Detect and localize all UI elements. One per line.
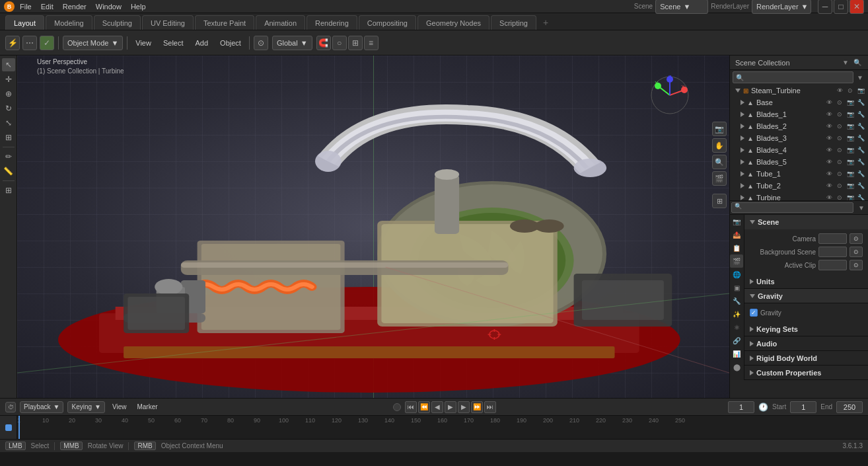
header-toggle-2[interactable]: ≡: [364, 36, 379, 50]
item-select[interactable]: ⊙: [835, 122, 844, 131]
outliner-item-base[interactable]: ▲ Base 👁 ⊙ 📷 🔧: [730, 97, 868, 108]
item-render[interactable]: 📷: [846, 98, 855, 107]
gravity-checkbox[interactable]: ✓: [750, 309, 758, 317]
scene-dropdown[interactable]: Scene ▼: [655, 0, 708, 14]
item-extra[interactable]: 🔧: [856, 193, 865, 201]
prop-tab-constraints[interactable]: 🔗: [730, 334, 743, 347]
outliner-item-tube-2[interactable]: ▲ Tube_2 👁 ⊙ 📷 🔧: [730, 180, 868, 192]
prop-tab-view-layer[interactable]: 📋: [730, 241, 743, 254]
item-select[interactable]: ⊙: [835, 110, 844, 119]
prop-tab-output[interactable]: 📤: [730, 228, 743, 241]
item-visibility[interactable]: 👁: [824, 98, 834, 107]
gravity-section-header[interactable]: Gravity: [744, 289, 868, 303]
props-search-input[interactable]: 🔍: [731, 202, 853, 213]
menu-help[interactable]: Help: [127, 0, 150, 13]
prop-tab-scene[interactable]: 🎬: [730, 254, 743, 268]
render-layer-dropdown[interactable]: RenderLayer ▼: [752, 0, 811, 14]
timeline-view-menu[interactable]: View: [109, 401, 130, 413]
workspace-tab-rendering[interactable]: Rendering: [307, 15, 357, 30]
item-visibility[interactable]: 👁: [824, 145, 834, 155]
item-select[interactable]: ⊙: [846, 86, 855, 95]
proportional-edit[interactable]: ○: [332, 36, 347, 50]
item-visibility[interactable]: 👁: [824, 169, 834, 178]
units-section-header[interactable]: Units: [744, 274, 868, 289]
item-visibility[interactable]: 👁: [824, 157, 834, 167]
workspace-tab-sculpting[interactable]: Sculpting: [94, 15, 141, 30]
timeline-type-icon[interactable]: ⏱: [5, 402, 16, 412]
item-visibility[interactable]: 👁: [824, 134, 834, 143]
header-icon-3[interactable]: ✓: [40, 36, 54, 50]
current-frame-input[interactable]: 1: [728, 401, 754, 413]
menu-view[interactable]: View: [131, 36, 155, 50]
tool-scale[interactable]: ⤡: [2, 116, 15, 130]
frame-prev-btn[interactable]: ⏪: [418, 401, 430, 413]
item-extra[interactable]: 🔧: [856, 145, 865, 155]
item-extra[interactable]: 🔧: [856, 110, 865, 119]
item-render[interactable]: 📷: [846, 169, 855, 178]
vp-zoom-btn[interactable]: 🔍: [712, 155, 727, 169]
outliner-item-blades-1[interactable]: ▲ Blades_1 👁 ⊙ 📷 🔧: [730, 108, 868, 120]
frame-next-key-btn[interactable]: ▶: [458, 401, 470, 413]
frame-end-btn[interactable]: ⏭: [484, 401, 496, 413]
menu-select[interactable]: Select: [159, 36, 188, 50]
window-minimize[interactable]: ─: [818, 0, 832, 14]
item-render[interactable]: 📷: [846, 110, 855, 119]
prop-tab-physics[interactable]: ⚛: [730, 321, 743, 334]
prop-tab-data[interactable]: 📊: [730, 347, 743, 360]
outliner-item-blades-5[interactable]: ▲ Blades_5 👁 ⊙ 📷 🔧: [730, 156, 868, 168]
tool-select[interactable]: ↖: [2, 58, 15, 71]
item-extra[interactable]: 🔧: [856, 134, 865, 143]
menu-object[interactable]: Object: [216, 36, 245, 50]
workspace-tab-animation[interactable]: Animation: [256, 15, 305, 30]
item-visibility[interactable]: 👁: [824, 122, 834, 131]
workspace-tab-scripting[interactable]: Scripting: [491, 15, 536, 30]
outliner-search-input[interactable]: 🔍: [733, 71, 853, 83]
end-frame-input[interactable]: 250: [836, 401, 863, 413]
workspace-tab-uv-editing[interactable]: UV Editing: [142, 15, 194, 30]
active-clip-value[interactable]: [818, 260, 847, 270]
item-select[interactable]: ⊙: [835, 169, 844, 178]
camera-value[interactable]: [818, 233, 847, 244]
audio-section-header[interactable]: Audio: [744, 336, 868, 351]
item-render[interactable]: 📷: [846, 181, 855, 190]
tool-rotate[interactable]: ↻: [2, 102, 15, 115]
outliner-filter-icon[interactable]: ▼: [855, 72, 865, 83]
scene-section-header[interactable]: Scene: [744, 215, 868, 229]
workspace-tab-add[interactable]: +: [538, 15, 554, 30]
timeline-track[interactable]: 1 10 20 30 40 50 60 70 80 90 100 110 120…: [0, 415, 868, 439]
prop-tab-render[interactable]: 📷: [730, 215, 743, 228]
item-extra[interactable]: 🔧: [856, 157, 865, 167]
menu-edit[interactable]: Edit: [37, 0, 57, 13]
item-render[interactable]: 📷: [846, 122, 855, 131]
item-render[interactable]: 📷: [846, 193, 855, 201]
active-clip-pick-btn[interactable]: ⊙: [850, 260, 863, 270]
prop-tab-modifiers[interactable]: 🔧: [730, 294, 743, 307]
camera-pick-btn[interactable]: ⊙: [850, 233, 863, 244]
vp-hand-btn[interactable]: ✋: [712, 138, 727, 153]
outliner-search-btn[interactable]: 🔍: [852, 58, 863, 68]
vp-render-btn[interactable]: 🎬: [712, 171, 727, 186]
custom-props-section-header[interactable]: Custom Properties: [744, 366, 868, 380]
workspace-tab-layout[interactable]: Layout: [5, 15, 44, 30]
item-select[interactable]: ⊙: [835, 98, 844, 107]
item-extra[interactable]: 🔧: [856, 98, 865, 107]
workspace-tab-modeling[interactable]: Modeling: [46, 15, 92, 30]
outliner-item-blades-2[interactable]: ▲ Blades_2 👁 ⊙ 📷 🔧: [730, 120, 868, 132]
mode-dropdown[interactable]: Object Mode ▼: [63, 36, 123, 50]
item-visibility[interactable]: 👁: [835, 86, 844, 95]
vp-overlay-btn[interactable]: ⊞: [712, 194, 727, 208]
header-icon-1[interactable]: ⚡: [5, 36, 20, 50]
header-toggle-1[interactable]: ⊞: [348, 36, 363, 50]
bg-scene-pick-btn[interactable]: ⊙: [850, 247, 863, 257]
nav-gizmo[interactable]: X Y Z: [650, 75, 690, 115]
frame-prev-key-btn[interactable]: ◀: [431, 401, 443, 413]
prop-tab-particles[interactable]: ✨: [730, 307, 743, 321]
item-render[interactable]: 📷: [846, 157, 855, 167]
menu-render[interactable]: Render: [59, 0, 90, 13]
outliner-filter-btn[interactable]: ▼: [840, 58, 851, 68]
item-select[interactable]: ⊙: [835, 134, 844, 143]
outliner-item-steam-turbine[interactable]: ⊞ Steam_Turbine 👁 ⊙ 📷: [730, 85, 868, 97]
item-select[interactable]: ⊙: [835, 157, 844, 167]
snap-magnet[interactable]: 🧲: [316, 36, 331, 50]
tool-add[interactable]: ⊞: [2, 184, 15, 197]
